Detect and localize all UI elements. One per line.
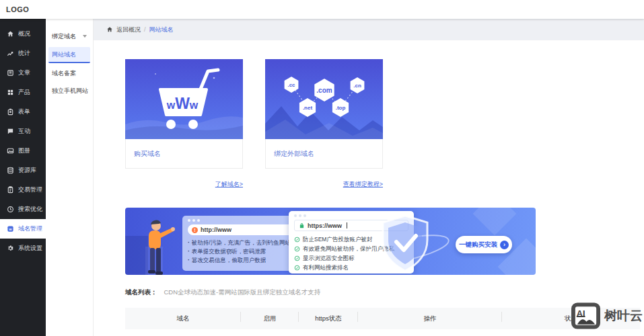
- gear-icon: [7, 245, 14, 252]
- cube-decor: [472, 208, 516, 236]
- grid-icon: [7, 89, 14, 96]
- sidebar-item-overview[interactable]: 概况: [0, 24, 46, 44]
- clock-icon: [7, 206, 14, 213]
- check-icon: [294, 246, 300, 252]
- sidebar-item-label: 产品: [18, 88, 30, 97]
- image-icon: [7, 147, 14, 155]
- sidebar-item-seo[interactable]: 搜索优化: [0, 200, 46, 219]
- breadcrumb-separator: /: [144, 26, 146, 33]
- content-panel: wWw 购买域名: [94, 40, 644, 336]
- sidebar-item-label: 文章: [18, 69, 30, 77]
- watermark-brand: 树叶云: [604, 307, 643, 325]
- benefit-item: 有效避免网站被劫持，保护用户隐私: [303, 244, 394, 253]
- https-benefit-list: 防止SEM广告投放账户被封 有效避免网站被劫持，保护用户隐私 显示浏览器安全图标…: [294, 235, 408, 272]
- svg-text:.net: .net: [303, 105, 313, 111]
- watermark: AI 树叶云: [571, 302, 643, 329]
- page: LOGO 概况 统计 文章 产品 表单: [0, 0, 644, 336]
- https-browser-window: https://www 防止SEM广告投放账户被封 有效避免网站被劫持，保护用户…: [289, 211, 414, 274]
- submenu-item-label: 网站域名: [52, 50, 76, 59]
- https-url: https://www: [308, 222, 342, 229]
- chat-icon: [7, 128, 14, 135]
- home-icon: [106, 26, 113, 33]
- stats-icon: [7, 50, 14, 57]
- secondary-sidebar: 绑定域名 网站域名 域名备案 独立手机网站: [46, 19, 94, 336]
- sidebar-item-label: 互动: [18, 127, 30, 136]
- learn-domain-link[interactable]: 了解域名>: [215, 181, 243, 187]
- domain-list-header: 域名列表： CDN全球动态加速-需网站国际版且绑定独立域名才支持: [125, 288, 644, 297]
- breadcrumb-current: 网站域名: [149, 26, 174, 34]
- column-header-actions: 操作: [358, 314, 502, 323]
- person-illustration: [133, 217, 175, 275]
- chevron-down-icon: [83, 35, 87, 38]
- sidebar-item-label: 域名管理: [18, 224, 42, 233]
- sidebar-item-settings[interactable]: 系统设置: [0, 239, 46, 258]
- buy-domain-card-title: 购买域名: [125, 139, 243, 169]
- sidebar-item-forms[interactable]: 表单: [0, 102, 46, 122]
- https-address-bar: https://www: [294, 220, 408, 231]
- submenu-item-domain-record[interactable]: 域名备案: [48, 66, 90, 81]
- buy-domain-card[interactable]: wWw 购买域名: [125, 59, 243, 169]
- domain-list-label: 域名列表：: [125, 288, 157, 297]
- column-header-domain: 域名: [125, 314, 241, 323]
- cdn-note: CDN全球动态加速-需网站国际版且绑定独立域名才支持: [164, 288, 321, 297]
- http-url: http://www: [201, 226, 231, 233]
- breadcrumb: 返回概况 / 网站域名: [94, 19, 644, 40]
- main-area: 返回概况 / 网站域名: [94, 19, 644, 336]
- svg-text:.top: .top: [336, 105, 346, 111]
- bind-tutorial-link[interactable]: 查看绑定教程>: [343, 181, 383, 187]
- check-icon: [294, 237, 300, 243]
- check-icon: [294, 265, 300, 271]
- check-icon: [294, 255, 300, 261]
- sidebar-item-products[interactable]: 产品: [0, 83, 46, 102]
- domain-table-header: 域名 启用 https状态 操作 状态: [125, 308, 640, 329]
- sidebar-item-label: 系统设置: [18, 244, 42, 253]
- article-icon: [7, 69, 14, 77]
- svg-text:.cn: .cn: [353, 83, 361, 89]
- benefit-item: 显示浏览器安全图标: [303, 253, 355, 263]
- sidebar-item-interaction[interactable]: 互动: [0, 122, 46, 141]
- https-promo-banner: ! http://www 被劫持/污染，充满广告，去到钓鱼网站 表单提交数据窃听…: [125, 208, 536, 275]
- svg-text:w: w: [9, 227, 12, 231]
- one-click-buy-install-button[interactable]: 一键购买安装 ›: [456, 236, 512, 253]
- form-icon: [7, 108, 14, 116]
- text-caret: [347, 222, 347, 228]
- app-logo: LOGO: [6, 5, 29, 13]
- clipboard-icon: [7, 186, 14, 194]
- submenu-group-bind-domain[interactable]: 绑定域名: [46, 28, 93, 44]
- sidebar-item-label: 资源库: [18, 166, 36, 175]
- sidebar-item-gallery[interactable]: 图册: [0, 141, 46, 161]
- bind-external-domain-card[interactable]: .cc .com .cn .net .top 绑定外部域名: [265, 59, 383, 169]
- submenu-item-website-domain[interactable]: 网站域名: [48, 47, 90, 63]
- breadcrumb-back-link[interactable]: 返回概况: [116, 26, 141, 34]
- submenu-item-label: 独立手机网站: [52, 87, 88, 95]
- cart-illustration: wWw: [125, 59, 243, 139]
- submenu-item-mobile-site[interactable]: 独立手机网站: [48, 83, 90, 98]
- submenu-item-label: 域名备案: [52, 69, 76, 78]
- window-dots: [289, 211, 414, 217]
- home-icon: [7, 30, 14, 38]
- sidebar-item-label: 图册: [18, 146, 30, 155]
- sidebar-item-stats[interactable]: 统计: [0, 44, 46, 63]
- sidebar-item-resources[interactable]: 资源库: [0, 161, 46, 180]
- sidebar-item-label: 概况: [18, 30, 30, 38]
- sidebar-item-trade[interactable]: 交易管理: [0, 180, 46, 200]
- sidebar-item-articles[interactable]: 文章: [0, 63, 46, 83]
- ai-photo-icon: AI: [571, 302, 600, 329]
- submenu-group-label: 绑定域名: [52, 32, 76, 41]
- sidebar-item-label: 交易管理: [18, 185, 42, 194]
- topbar: LOGO: [0, 0, 644, 19]
- svg-text:.com: .com: [316, 87, 332, 94]
- svg-text:.cc: .cc: [287, 82, 295, 88]
- sidebar-item-label: 表单: [18, 108, 30, 116]
- sidebar-item-label: 统计: [18, 49, 30, 58]
- domain-tlds-illustration: .cc .com .cn .net .top: [265, 59, 383, 139]
- benefit-item: 防止SEM广告投放账户被封: [303, 235, 372, 244]
- primary-sidebar: 概况 统计 文章 产品 表单 互动: [0, 19, 46, 336]
- warning-icon: !: [192, 227, 198, 233]
- sidebar-item-domains[interactable]: w 域名管理: [0, 219, 46, 239]
- column-header-https-status: https状态: [299, 314, 358, 323]
- domain-icon: w: [7, 225, 14, 233]
- column-header-enabled: 启用: [241, 314, 299, 323]
- arrow-right-icon: ›: [500, 241, 509, 249]
- lock-icon: [299, 222, 305, 228]
